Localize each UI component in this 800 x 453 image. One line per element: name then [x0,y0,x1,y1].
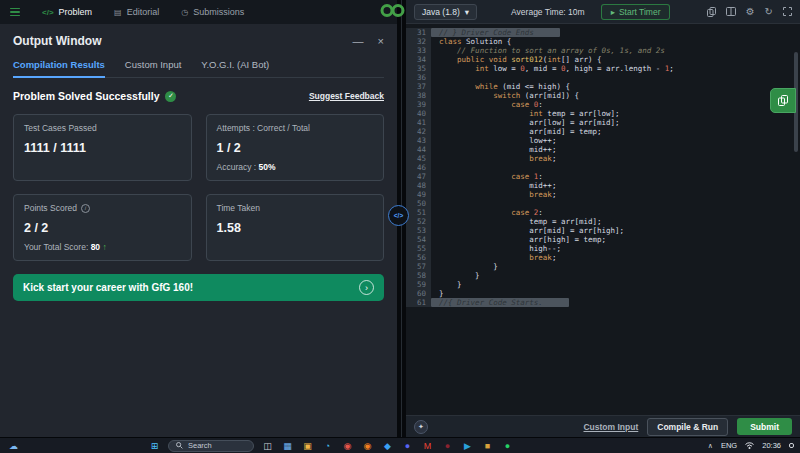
editor-toolbar: Java (1.8) ▾ Average Time: 10m ▸ Start T… [406,0,800,24]
code-line: 48 mid++; [406,181,800,190]
taskbar-center: ⊞ Search ◫▦▣◔◉◉◆●M●▶■● [148,438,514,453]
code-line: 54 arr[high] = temp; [406,235,800,244]
search-icon [176,442,183,449]
file-explorer-icon[interactable]: ▣ [301,439,314,452]
reset-code-icon[interactable]: ↻ [765,6,773,17]
whatsapp-icon[interactable]: ● [501,439,514,452]
settings-gear-icon[interactable]: ⚙ [746,6,755,17]
split-view-icon[interactable] [726,7,736,16]
tab-yogi-ai-bot[interactable]: Y.O.G.I. (AI Bot) [201,59,269,77]
suggest-feedback-link[interactable]: Suggest Feedback [309,91,384,101]
wifi-icon[interactable] [745,442,754,449]
copy-code-icon[interactable] [707,7,716,17]
average-time-label: Average Time: 10m [511,7,585,17]
accuracy-row: Accuracy : 50% [217,162,374,172]
system-tray: ∧ ENG 20:36 [708,438,794,453]
tab-editorial-label: Editorial [127,7,160,17]
fullscreen-icon[interactable] [783,7,792,16]
copy-icon [778,95,788,106]
code-lines: 31// } Driver Code Ends32class Solution … [406,28,800,307]
total-score-row: Your Total Score: 80 ↑ [24,242,181,252]
editor-footer: ✦ Custom Input Compile & Run Submit [406,415,800,437]
attempts-card: Attempts : Correct / Total 1 / 2 Accurac… [206,114,385,181]
tab-submissions[interactable]: ◷ Submissions [181,7,244,17]
code-line: 38 switch (arr[mid]) { [406,91,800,100]
code-line: 41 arr[low] = arr[mid]; [406,118,800,127]
code-line: 42 arr[mid] = temp; [406,127,800,136]
info-icon[interactable]: i [81,204,90,213]
task-view-icon[interactable]: ◫ [261,439,274,452]
telegram-icon[interactable]: ▶ [461,439,474,452]
taskbar-search[interactable]: Search [168,440,254,452]
code-line: 32class Solution { [406,37,800,46]
score-up-arrow-icon: ↑ [102,242,106,252]
clock-icon: ◷ [181,8,188,17]
code-line: 60} [406,289,800,298]
code-line: 50 [406,199,800,208]
menu-icon[interactable] [10,8,20,17]
edge-icon[interactable]: ◔ [321,439,334,452]
time-taken-value: 1.58 [217,221,374,235]
language-select[interactable]: Java (1.8) ▾ [414,4,477,20]
attempts-label: Attempts : Correct / Total [217,123,374,133]
tab-editorial[interactable]: ▤ Editorial [114,7,159,17]
close-icon[interactable]: × [378,35,384,47]
test-cases-label: Test Cases Passed [24,123,181,133]
attempts-value: 1 / 2 [217,141,374,155]
code-editor[interactable]: 31// } Driver Code Ends32class Solution … [406,24,800,415]
tray-chevron-icon[interactable]: ∧ [708,442,713,450]
submit-button[interactable]: Submit [737,418,792,435]
accuracy-value: 50% [259,162,276,172]
total-score-label: Your Total Score: [24,242,91,252]
gfg160-banner[interactable]: Kick start your career with GfG 160! › [13,274,384,301]
floating-action-button[interactable] [770,88,796,113]
results-cards: Test Cases Passed 1111 / 1111 Attempts :… [13,114,384,261]
language-value: Java (1.8) [422,7,460,17]
banner-text: Kick start your career with GfG 160! [23,282,193,293]
compile-run-button[interactable]: Compile & Run [647,418,728,436]
code-line: 52 temp = arr[mid]; [406,217,800,226]
status-text: Problem Solved Successfully [13,90,159,102]
divider-handle[interactable]: </> [388,205,409,226]
tab-compilation-results[interactable]: Compilation Results [13,59,105,78]
play-icon: ▸ [611,7,615,17]
app-icon-maroon[interactable]: ● [441,439,454,452]
time-taken-label: Time Taken [217,203,374,213]
widgets-weather-icon[interactable]: ☁ [7,439,20,452]
code-line: 40 int temp = arr[low]; [406,109,800,118]
minimize-icon[interactable]: — [353,35,364,47]
code-line: 33 // Function to sort an array of 0s, 1… [406,46,800,55]
chevron-down-icon: ▾ [465,7,469,17]
chrome-icon[interactable]: ◉ [341,439,354,452]
custom-input-link[interactable]: Custom Input [583,422,638,432]
vscode-icon[interactable]: ◆ [381,439,394,452]
code-line: 43 low++; [406,136,800,145]
start-menu-icon[interactable]: ⊞ [148,439,161,452]
taskbar-left: ☁ [7,438,20,453]
banner-arrow-icon[interactable]: › [359,280,374,295]
notes-icon[interactable]: ■ [481,439,494,452]
firefox-icon[interactable]: ◉ [361,439,374,452]
time-taken-card: Time Taken 1.58 [206,194,385,261]
accessibility-widget-button[interactable]: ✦ [414,420,428,434]
success-check-icon: ✓ [165,91,176,102]
tab-problem[interactable]: </> Problem [42,7,92,17]
notification-icon[interactable] [789,443,794,448]
clock-time[interactable]: 20:36 [762,441,781,450]
code-line: 37 while (mid <= high) { [406,82,800,91]
output-window-panel: Output Window — × Compilation Results Cu… [0,24,397,437]
points-value: 2 / 2 [24,221,181,235]
output-tabs: Compilation Results Custom Input Y.O.G.I… [13,59,384,78]
code-line: 47 case 1: [406,172,800,181]
code-line: 57 } [406,262,800,271]
widgets-icon[interactable]: ▦ [281,439,294,452]
discord-icon[interactable]: ● [401,439,414,452]
language-indicator[interactable]: ENG [721,441,737,450]
gmail-icon[interactable]: M [421,439,434,452]
search-label: Search [188,441,212,450]
output-window-title: Output Window [13,34,102,48]
start-timer-button[interactable]: ▸ Start Timer [601,4,671,20]
tab-custom-input[interactable]: Custom Input [125,59,182,77]
gfg-logo[interactable] [379,2,406,23]
taskbar-icons: ◫▦▣◔◉◉◆●M●▶■● [261,439,514,452]
